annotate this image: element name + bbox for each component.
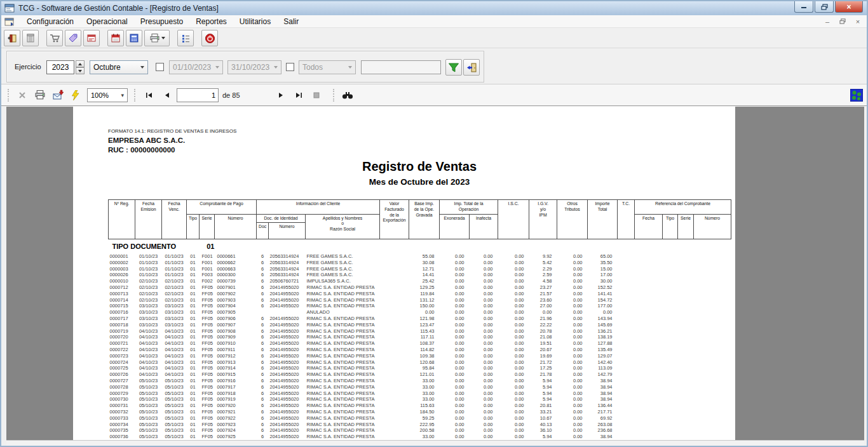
printer-icon xyxy=(149,33,160,43)
horizontal-scrollbar[interactable] xyxy=(6,440,864,446)
table-row: 000072404/10/2304/10/2301FF0500079136204… xyxy=(109,359,731,366)
stepper-up-icon[interactable] xyxy=(76,60,85,67)
date-from-select[interactable]: 01/10/2023 xyxy=(169,60,223,74)
cart-icon xyxy=(50,33,60,43)
print-button[interactable] xyxy=(144,30,170,46)
exit-module-button[interactable] xyxy=(4,30,20,46)
table-row: 000000201/10/2301/10/2301F00100006626205… xyxy=(109,260,731,266)
month-select[interactable]: Octubre xyxy=(90,60,148,74)
lightning-icon xyxy=(71,90,80,100)
year-stepper[interactable] xyxy=(76,60,85,74)
search-input[interactable] xyxy=(361,60,441,74)
col-base-imp: Base Imp. de la Ope. Gravada xyxy=(409,200,440,239)
date-to-value: 31/10/2023 xyxy=(231,63,269,72)
chevron-down-icon: ▾ xyxy=(121,92,124,98)
group-value: 01 xyxy=(207,244,214,250)
table-row: 000002601/10/2301/10/2301F00300003006205… xyxy=(109,272,731,278)
table-row: 000072204/10/2304/10/2301FF0500079116204… xyxy=(109,347,731,353)
exit-app-button[interactable] xyxy=(201,30,218,46)
scope-checkbox[interactable] xyxy=(286,63,294,71)
menu-configuracion[interactable]: Configuración xyxy=(20,15,80,27)
col-otros-tributos: Otros Tributos xyxy=(557,200,588,239)
menu-utilitarios[interactable]: Utilitarios xyxy=(233,15,277,27)
col-tipo: Tipo xyxy=(187,214,200,239)
report-subtitle: Mes de Octubre del 2023 xyxy=(108,177,731,187)
col-serie: Serie xyxy=(200,214,215,239)
viewer-close-button[interactable] xyxy=(15,88,30,103)
main-toolbar xyxy=(1,29,867,48)
chevron-down-icon xyxy=(140,66,144,69)
col-exonerada: Exonerada xyxy=(440,214,470,239)
menu-salir[interactable]: Salir xyxy=(277,15,305,27)
binoculars-icon xyxy=(342,91,353,100)
tag-button[interactable] xyxy=(65,30,81,46)
date-from-value: 01/10/2023 xyxy=(173,63,211,72)
zoom-select[interactable]: 100% ▾ xyxy=(87,88,128,102)
year-input[interactable] xyxy=(46,60,74,74)
toolbar-grip[interactable] xyxy=(134,89,136,102)
restore-icon xyxy=(821,4,828,10)
mdi-restore-button[interactable] xyxy=(837,17,848,27)
col-ref-tipo: Tipo xyxy=(663,214,678,239)
restore-button[interactable] xyxy=(815,1,834,13)
task-list-button[interactable] xyxy=(177,30,194,46)
close-button[interactable]: × xyxy=(835,1,863,13)
table-row: 000000301/10/2301/10/2301F00100006636205… xyxy=(109,266,731,272)
toolbar-grip[interactable] xyxy=(8,89,10,102)
report-viewport[interactable]: FORMATO 14.1: REGISTRO DE VENTAS E INGRE… xyxy=(6,107,864,446)
viewer-export-button[interactable] xyxy=(50,88,65,103)
app-logo-icon xyxy=(850,89,863,102)
date-to-select[interactable]: 31/10/2023 xyxy=(227,60,281,74)
window-title: TCG - Software de Gestión Contable - [Re… xyxy=(18,4,219,13)
close-filter-button[interactable] xyxy=(463,59,480,76)
cart-button[interactable] xyxy=(46,30,63,46)
form-icon xyxy=(86,33,97,43)
month-value: Octubre xyxy=(93,63,121,72)
tag-icon xyxy=(68,33,78,43)
page-number-input[interactable] xyxy=(177,88,219,102)
table-row: 000071302/10/2302/10/2301FF0500079026204… xyxy=(109,291,731,297)
col-doc: Doc xyxy=(257,223,269,239)
col-numero: Número xyxy=(215,214,257,239)
calculator-icon xyxy=(129,33,139,43)
mdi-close-button[interactable]: × xyxy=(852,17,864,27)
table-row: 000071603/10/2303/10/2301FF050007905ANUL… xyxy=(109,309,731,316)
nav-prev-button[interactable] xyxy=(159,88,174,103)
printer-dropdown-icon[interactable] xyxy=(161,37,165,39)
calendar-button[interactable] xyxy=(107,30,124,46)
col-ref-fecha: Fecha xyxy=(635,214,663,239)
table-row: 000072705/10/2305/10/2301FF0500079166204… xyxy=(109,378,731,384)
viewer-print-button[interactable] xyxy=(32,88,48,103)
minimize-icon xyxy=(801,4,807,10)
mdi-child-icon[interactable] xyxy=(4,17,15,27)
calculator-button[interactable] xyxy=(126,30,142,46)
date-range-checkbox[interactable] xyxy=(156,63,164,71)
filter-panel: Ejercicio Octubre 01/10/2023 31/10/2023 xyxy=(6,51,484,83)
archive-button[interactable] xyxy=(22,30,39,46)
table-row: 000071904/10/2304/10/2301FF0500079086204… xyxy=(109,328,731,335)
nav-next-button[interactable] xyxy=(273,88,288,103)
table-row: 000072905/10/2305/10/2301FF0500079186204… xyxy=(109,390,731,397)
menu-operacional[interactable]: Operacional xyxy=(80,15,134,27)
print-icon xyxy=(34,90,46,100)
nav-last-button[interactable] xyxy=(291,88,306,103)
scope-select[interactable]: Todos xyxy=(299,60,356,74)
stop-button[interactable] xyxy=(309,88,324,103)
menu-presupuesto[interactable]: Presupuesto xyxy=(134,15,189,27)
nav-first-button[interactable] xyxy=(141,88,156,103)
filter-strip: Ejercicio Octubre 01/10/2023 31/10/2023 xyxy=(1,49,867,84)
col-ref-serie: Serie xyxy=(678,214,694,239)
form-button[interactable] xyxy=(83,30,100,46)
mdi-minimize-button[interactable]: – xyxy=(822,17,833,27)
table-row: 000073405/10/2305/10/2301FF0500079236204… xyxy=(109,422,731,428)
stepper-down-icon[interactable] xyxy=(76,67,85,74)
minimize-button[interactable] xyxy=(794,1,813,13)
menu-reportes[interactable]: Reportes xyxy=(189,15,233,27)
search-button[interactable] xyxy=(340,88,355,103)
export-icon xyxy=(52,90,64,100)
apply-filter-button[interactable] xyxy=(445,59,462,76)
toolbar-grip[interactable] xyxy=(333,89,335,102)
viewer-refresh-button[interactable] xyxy=(68,88,83,103)
chevron-down-icon xyxy=(348,66,352,69)
report-format-label: FORMATO 14.1: REGISTRO DE VENTAS E INGRE… xyxy=(108,128,236,134)
